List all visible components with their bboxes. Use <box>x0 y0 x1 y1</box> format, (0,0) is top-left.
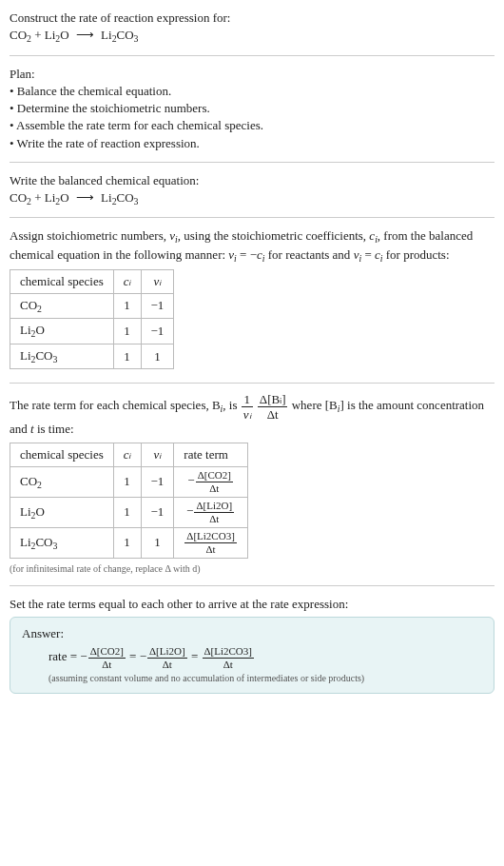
rate-term-explanation: The rate term for each chemical species,… <box>10 393 494 438</box>
col-species: chemical species <box>10 269 114 293</box>
construct-prompt: Construct the rate of reaction expressio… <box>10 10 494 27</box>
fraction: Δ[Bᵢ]Δt <box>258 393 288 421</box>
divider <box>10 383 494 384</box>
table-row: Li2CO3 1 1 <box>10 344 174 369</box>
header-section: Construct the rate of reaction expressio… <box>10 6 494 49</box>
cell-species: Li2CO3 <box>10 527 114 558</box>
plan-item: • Assemble the rate term for each chemic… <box>10 117 494 134</box>
answer-note: (assuming constant volume and no accumul… <box>48 672 482 685</box>
plan-title: Plan: <box>10 66 494 83</box>
answer-label: Answer: <box>22 625 482 642</box>
fraction: 1νᵢ <box>242 393 253 421</box>
table-header-row: chemical species cᵢ νᵢ <box>10 269 174 293</box>
cell-ci: 1 <box>113 466 141 497</box>
cell-species: Li2O <box>10 319 114 344</box>
unbalanced-equation: CO2 + Li2O ⟶ Li2CO3 <box>10 27 494 46</box>
set-equal-section: Set the rate terms equal to each other t… <box>10 592 494 698</box>
cell-nui: −1 <box>141 497 174 527</box>
reaction-arrow-icon: ⟶ <box>76 189 94 207</box>
cell-species: CO2 <box>10 466 114 497</box>
table-row: CO2 1 −1 <box>10 293 174 319</box>
fraction: Δ[CO2]Δt <box>88 646 126 670</box>
plan-item: • Determine the stoichiometric numbers. <box>10 100 494 117</box>
plan-item: • Write the rate of reaction expression. <box>10 135 494 152</box>
species-li2o: Li2O <box>45 28 69 42</box>
col-ci: cᵢ <box>113 269 141 293</box>
cell-ci: 1 <box>113 293 141 319</box>
balanced-section: Write the balanced chemical equation: CO… <box>10 168 494 212</box>
rate-term-section: The rate term for each chemical species,… <box>10 389 494 579</box>
stoich-table: chemical species cᵢ νᵢ CO2 1 −1 Li2O 1 −… <box>10 269 174 370</box>
balanced-title: Write the balanced chemical equation: <box>10 172 494 189</box>
species-li2co3: Li2CO3 <box>101 28 138 42</box>
species-co2: CO2 <box>10 190 31 205</box>
fraction: Δ[CO2]Δt <box>196 470 233 494</box>
cell-species: Li2O <box>10 497 114 527</box>
fraction: Δ[Li2O]Δt <box>147 646 187 670</box>
cell-nui: −1 <box>141 319 174 344</box>
infinitesimal-note: (for infinitesimal rate of change, repla… <box>10 562 494 576</box>
table-row: Li2O 1 −1 <box>10 319 174 344</box>
divider <box>10 585 494 586</box>
cell-nui: 1 <box>141 344 174 369</box>
cell-rate-term: −Δ[CO2]Δt <box>174 466 247 497</box>
col-rate-term: rate term <box>174 443 247 466</box>
cell-ci: 1 <box>113 527 141 558</box>
divider <box>10 162 494 163</box>
col-nui: νᵢ <box>141 443 174 466</box>
plan-item: • Balance the chemical equation. <box>10 83 494 100</box>
cell-nui: −1 <box>141 293 174 319</box>
table-row: CO2 1 −1 −Δ[CO2]Δt <box>10 466 248 497</box>
cell-rate-term: −Δ[Li2O]Δt <box>174 497 247 527</box>
cell-ci: 1 <box>113 497 141 527</box>
stoich-explanation: Assign stoichiometric numbers, νi, using… <box>10 227 494 265</box>
cell-nui: −1 <box>141 466 174 497</box>
table-row: Li2CO3 1 1 Δ[Li2CO3]Δt <box>10 527 248 558</box>
species-co2: CO2 <box>10 28 31 42</box>
fraction: Δ[Li2CO3]Δt <box>184 531 236 555</box>
cell-ci: 1 <box>113 344 141 369</box>
rate-term-table: chemical species cᵢ νᵢ rate term CO2 1 −… <box>10 443 248 559</box>
col-ci: cᵢ <box>113 443 141 466</box>
cell-species: Li2CO3 <box>10 344 114 369</box>
species-li2co3: Li2CO3 <box>101 190 138 205</box>
stoich-section: Assign stoichiometric numbers, νi, using… <box>10 224 494 377</box>
table-header-row: chemical species cᵢ νᵢ rate term <box>10 443 248 466</box>
reaction-arrow-icon: ⟶ <box>76 27 94 44</box>
cell-rate-term: Δ[Li2CO3]Δt <box>174 527 247 558</box>
divider <box>10 55 494 56</box>
table-row: Li2O 1 −1 −Δ[Li2O]Δt <box>10 497 248 527</box>
cell-nui: 1 <box>141 527 174 558</box>
rate-expression: rate = −Δ[CO2]Δt = −Δ[Li2O]Δt = Δ[Li2CO3… <box>48 646 482 670</box>
species-li2o: Li2O <box>45 190 69 205</box>
fraction: Δ[Li2CO3]Δt <box>203 646 254 670</box>
fraction: Δ[Li2O]Δt <box>194 501 234 524</box>
plan-section: Plan: • Balance the chemical equation. •… <box>10 62 494 156</box>
answer-box: Answer: rate = −Δ[CO2]Δt = −Δ[Li2O]Δt = … <box>10 617 494 694</box>
cell-ci: 1 <box>113 319 141 344</box>
col-species: chemical species <box>10 443 114 466</box>
cell-species: CO2 <box>10 293 114 319</box>
set-equal-text: Set the rate terms equal to each other t… <box>10 596 494 613</box>
divider <box>10 217 494 218</box>
col-nui: νᵢ <box>141 269 174 293</box>
balanced-equation: CO2 + Li2O ⟶ Li2CO3 <box>10 189 494 208</box>
